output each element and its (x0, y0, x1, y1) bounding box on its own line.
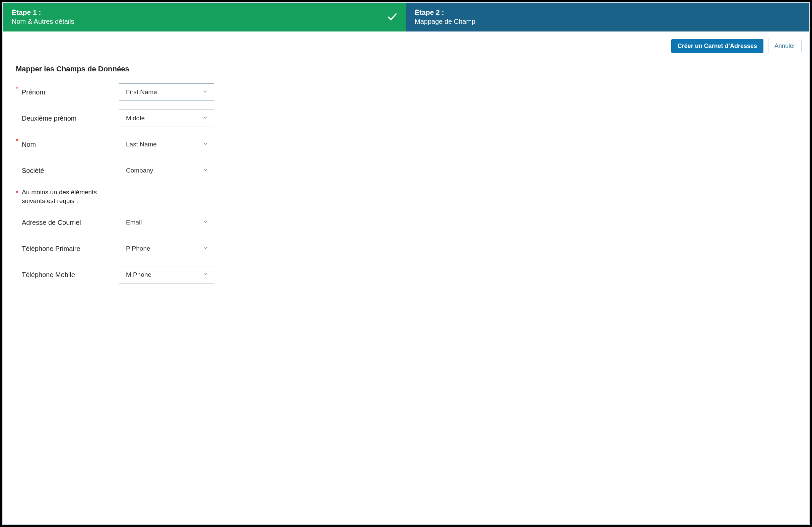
field-label: Prénom (22, 88, 119, 96)
last-name-select[interactable]: Last Name (119, 136, 214, 153)
chevron-down-icon (202, 219, 208, 226)
chevron-down-icon (202, 88, 208, 96)
section-title: Mapper les Champs de Données (16, 65, 796, 73)
select-value: P Phone (126, 245, 150, 252)
required-asterisk-empty (16, 214, 22, 223)
select-value: Middle (126, 115, 145, 122)
required-asterisk: * (16, 188, 22, 196)
company-select[interactable]: Company (119, 162, 214, 179)
field-row-primary-phone: Téléphone Primaire P Phone (16, 240, 796, 257)
chevron-down-icon (202, 245, 208, 252)
required-asterisk-empty (16, 240, 22, 249)
checkmark-icon (387, 11, 398, 24)
chevron-down-icon (202, 141, 208, 148)
actions-bar: Créer un Carnet d'Adresses Annuler (3, 31, 809, 53)
content-area: Mapper les Champs de Données * Prénom Fi… (3, 53, 809, 524)
field-label: Adresse de Courriel (22, 219, 119, 227)
create-address-book-button[interactable]: Créer un Carnet d'Adresses (671, 39, 764, 53)
required-asterisk-empty (16, 162, 22, 171)
first-name-select[interactable]: First Name (119, 83, 214, 101)
select-value: Email (126, 219, 142, 226)
step-2[interactable]: Étape 2 : Mappage de Champ (406, 3, 809, 31)
field-row-first-name: * Prénom First Name (16, 83, 796, 101)
email-select[interactable]: Email (119, 214, 214, 231)
step-1[interactable]: Étape 1 : Nom & Autres détails (3, 3, 406, 31)
step-1-subtitle: Nom & Autres détails (12, 18, 397, 26)
step-2-subtitle: Mappage de Champ (415, 18, 800, 26)
step-2-title: Étape 2 : (415, 9, 800, 16)
field-row-note: * Au moins un des éléments suivants est … (16, 188, 796, 205)
field-row-mobile-phone: Téléphone Mobile M Phone (16, 266, 796, 283)
chevron-down-icon (202, 271, 208, 279)
field-label: Téléphone Primaire (22, 245, 119, 253)
primary-phone-select[interactable]: P Phone (119, 240, 214, 257)
middle-name-select[interactable]: Middle (119, 110, 214, 127)
required-asterisk-empty (16, 110, 22, 119)
note-label: Au moins un des éléments suivants est re… (22, 188, 119, 205)
field-label: Société (22, 167, 119, 174)
field-row-last-name: * Nom Last Name (16, 136, 796, 153)
select-value: M Phone (126, 271, 151, 279)
field-row-email: Adresse de Courriel Email (16, 214, 796, 231)
field-label: Nom (22, 141, 119, 148)
chevron-down-icon (202, 115, 208, 122)
wizard-steps: Étape 1 : Nom & Autres détails Étape 2 :… (3, 3, 809, 31)
select-value: First Name (126, 88, 157, 96)
field-label: Deuxième prénom (22, 115, 119, 122)
required-asterisk: * (16, 83, 22, 93)
required-asterisk: * (16, 136, 22, 145)
select-value: Last Name (126, 141, 157, 148)
required-asterisk-empty (16, 266, 22, 275)
step-1-title: Étape 1 : (12, 9, 397, 16)
field-row-company: Société Company (16, 162, 796, 179)
field-label: Téléphone Mobile (22, 271, 119, 279)
cancel-button[interactable]: Annuler (768, 39, 802, 53)
select-value: Company (126, 167, 153, 174)
field-row-middle-name: Deuxième prénom Middle (16, 110, 796, 127)
chevron-down-icon (202, 167, 208, 174)
wizard-frame: Étape 1 : Nom & Autres détails Étape 2 :… (2, 2, 810, 525)
mobile-phone-select[interactable]: M Phone (119, 266, 214, 283)
